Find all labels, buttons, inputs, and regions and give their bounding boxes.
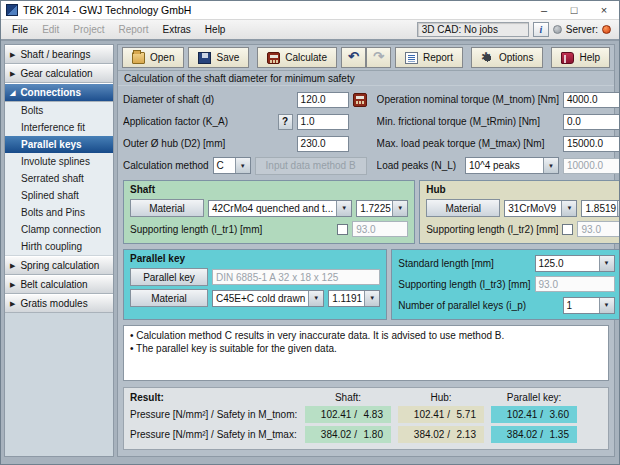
gear-icon — [481, 52, 494, 64]
info-button[interactable]: i — [533, 22, 549, 37]
parallel-key-designation-field: DIN 6885-1 A 32 x 18 x 125 — [212, 269, 380, 285]
max-peak-torque-input[interactable]: 15000.0 — [563, 136, 620, 152]
chevron-down-icon[interactable]: ▼ — [392, 201, 407, 216]
hub-supporting-length-checkbox[interactable] — [562, 224, 573, 235]
shaft-supporting-length-field: 93.0 — [352, 221, 408, 237]
sidebar-group-gear-calculation[interactable]: ▶ Gear calculation — [5, 64, 113, 83]
hub-material-number-select[interactable]: 1.8519 ▼ — [581, 200, 620, 217]
cad-status-field: 3D CAD: No jobs — [417, 22, 529, 37]
sidebar-item-hirth-coupling[interactable]: Hirth coupling — [5, 238, 113, 255]
sidebar-group-label: Connections — [20, 87, 81, 98]
sidebar-item-involute-splines[interactable]: Involute splines — [5, 153, 113, 170]
application-factor-help-button[interactable]: ? — [278, 114, 293, 130]
menu-report: Report — [111, 22, 155, 37]
outer-hub-input[interactable]: 230.0 — [297, 136, 349, 152]
sidebar-group-shaft-bearings[interactable]: ▶ Shaft / bearings — [5, 45, 113, 64]
hub-section: Hub Material 31CrMoV9 ▼ 1.8519 ▼ Support… — [419, 180, 620, 244]
result-title: Result: — [130, 392, 298, 403]
sidebar-item-splined-shaft[interactable]: Splined shaft — [5, 187, 113, 204]
undo-button[interactable] — [341, 47, 366, 68]
result-row-label: Pressure [N/mm²] / Safety in M_tnom: — [130, 409, 298, 420]
help-button[interactable]: Help — [551, 47, 610, 68]
options-button[interactable]: Options — [471, 47, 543, 68]
shaft-material-select[interactable]: 42CrMo4 quenched and t... ▼ — [208, 200, 352, 217]
shaft-material-number-select[interactable]: 1.7225 ▼ — [356, 200, 408, 217]
menu-extras[interactable]: Extras — [156, 22, 198, 37]
key-material-button[interactable]: Material — [130, 289, 208, 307]
input-data-method-b-button: Input data method B — [255, 157, 367, 175]
result-hub-tnom: 102.41 / 5.71 — [398, 406, 484, 423]
key-supporting-length-label: Supporting length (l_tr3) [mm] — [398, 279, 530, 290]
chevron-down-icon[interactable]: ▼ — [364, 291, 379, 306]
chevron-down-icon[interactable]: ▼ — [561, 201, 576, 216]
min-frictional-torque-label: Min. frictional torque (M_tRmin) [Nm] — [377, 116, 559, 127]
calculation-method-label: Calculation method — [123, 160, 209, 171]
options-button-label: Options — [499, 52, 533, 63]
parallel-key-section-title: Parallel key — [130, 253, 380, 264]
load-peaks-value: 10^4 peaks — [466, 158, 543, 173]
maximize-button[interactable]: □ — [559, 1, 589, 19]
report-document-icon — [405, 52, 418, 64]
calculate-button[interactable]: Calculate — [257, 47, 337, 68]
sidebar-item-serrated-shaft[interactable]: Serrated shaft — [5, 170, 113, 187]
open-button[interactable]: Open — [122, 47, 184, 68]
chevron-down-icon[interactable]: ▼ — [543, 158, 558, 173]
chevron-down-icon[interactable]: ▼ — [599, 256, 614, 271]
key-material-number-select[interactable]: 1.1191 ▼ — [328, 290, 380, 307]
application-factor-input[interactable]: 1.0 — [297, 114, 349, 130]
sidebar-group-belt-calculation[interactable]: ▶ Belt calculation — [5, 275, 113, 294]
shaft-material-value: 42CrMo4 quenched and t... — [209, 201, 336, 216]
help-book-icon — [561, 52, 574, 64]
close-button[interactable]: × — [589, 1, 619, 19]
chevron-down-icon[interactable]: ▼ — [308, 291, 323, 306]
hub-supporting-length-field: 93.0 — [577, 221, 620, 237]
sidebar-item-interference-fit[interactable]: Interference fit — [5, 119, 113, 136]
sidebar-connections-items: Bolts Interference fit Parallel keys Inv… — [5, 102, 113, 256]
chevron-down-icon[interactable]: ▼ — [599, 298, 614, 313]
pressure-value: 102.41 / — [305, 409, 357, 420]
sidebar-group-gratis-modules[interactable]: ▶ Gratis modules — [5, 294, 113, 313]
chevron-down-icon[interactable]: ▼ — [336, 201, 351, 216]
save-button[interactable]: Save — [188, 47, 249, 68]
minimize-button[interactable]: – — [529, 1, 559, 19]
standard-length-select[interactable]: 125.0 ▼ — [535, 255, 615, 272]
sidebar-item-bolts-and-pins[interactable]: Bolts and Pins — [5, 204, 113, 221]
menu-help[interactable]: Help — [198, 22, 233, 37]
application-factor-label: Application factor (K_A) — [123, 116, 274, 127]
menu-file[interactable]: File — [5, 22, 35, 37]
diameter-calculator-icon[interactable] — [353, 93, 367, 107]
sidebar-group-connections[interactable]: ◢ Connections — [5, 83, 113, 102]
number-of-keys-select[interactable]: 1 ▼ — [563, 297, 615, 314]
hub-material-button[interactable]: Material — [426, 199, 500, 217]
calculation-method-select[interactable]: C ▼ — [213, 157, 251, 174]
menu-bar: File Edit Project Report Extras Help 3D … — [1, 20, 619, 41]
key-material-select[interactable]: C45E+C cold drawn ▼ — [212, 290, 324, 307]
operation-torque-input[interactable]: 4000.0 — [563, 92, 620, 108]
hub-material-value: 31CrMoV9 — [505, 201, 561, 216]
sidebar-group-label: Shaft / bearings — [20, 49, 90, 60]
chevron-right-icon: ▶ — [10, 262, 15, 270]
result-shaft-tmax: 384.02 / 1.80 — [305, 426, 391, 443]
shaft-section: Shaft Material 42CrMo4 quenched and t...… — [123, 180, 415, 244]
standard-length-value: 125.0 — [536, 256, 599, 271]
app-window: TBK 2014 - GWJ Technology GmbH – □ × Fil… — [0, 0, 620, 465]
report-button[interactable]: Report — [395, 47, 463, 68]
result-col-shaft: Shaft: — [305, 392, 391, 403]
sidebar-item-parallel-keys[interactable]: Parallel keys — [5, 136, 113, 153]
diameter-input[interactable]: 120.0 — [297, 92, 349, 108]
result-hub-tmax: 384.02 / 2.13 — [398, 426, 484, 443]
chevron-down-icon[interactable]: ▼ — [235, 158, 250, 173]
sidebar-group-spring-calculation[interactable]: ▶ Spring calculation — [5, 256, 113, 275]
parallel-key-button[interactable]: Parallel key — [130, 268, 208, 286]
sidebar-item-bolts[interactable]: Bolts — [5, 102, 113, 119]
calculate-button-label: Calculate — [285, 52, 327, 63]
hub-material-select[interactable]: 31CrMoV9 ▼ — [504, 200, 577, 217]
shaft-material-button[interactable]: Material — [130, 199, 204, 217]
sidebar-item-clamp-connection[interactable]: Clamp connection — [5, 221, 113, 238]
load-peaks-select[interactable]: 10^4 peaks ▼ — [465, 157, 559, 174]
key-material-value: C45E+C cold drawn — [213, 291, 308, 306]
save-button-label: Save — [216, 52, 239, 63]
hub-material-number-value: 1.8519 — [582, 201, 617, 216]
shaft-supporting-length-checkbox[interactable] — [337, 224, 348, 235]
min-frictional-torque-input[interactable]: 0.0 — [563, 114, 620, 130]
